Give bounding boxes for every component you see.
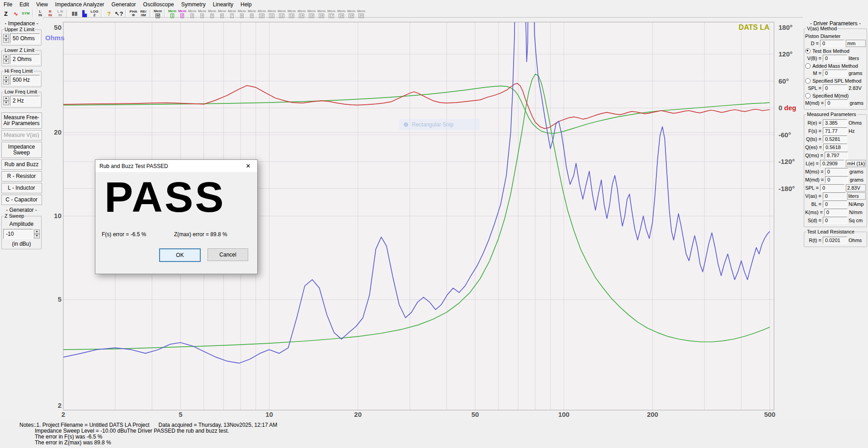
measured-param-label: BL = xyxy=(811,201,821,207)
measured-param-label: Q(ms) = xyxy=(805,153,823,158)
vb-field[interactable]: 0 xyxy=(823,55,847,62)
close-icon[interactable]: ✕ xyxy=(239,160,257,172)
measured-param-value[interactable]: 0 xyxy=(820,184,844,191)
ok-button[interactable]: OK xyxy=(159,248,201,262)
limit-value[interactable]: 2 Ohms xyxy=(10,54,40,64)
limit-stepper[interactable]: ▲▼ xyxy=(3,75,9,84)
dialog-title-bar[interactable]: Rub and Buzz Test PASSED ✕ xyxy=(95,160,257,172)
note-line-3: The error in F(s) was -6.5 % xyxy=(35,434,102,440)
svg-text:20: 20 xyxy=(54,128,61,136)
limit-group-lower-z-limit: Lower Z Limit ▲▼ 2 Ohms xyxy=(1,50,42,66)
r-resistor-button[interactable]: R - Resistor xyxy=(1,171,42,182)
cancel-button[interactable]: Cancel xyxy=(208,248,248,261)
measured-param-label: Q(ts) = xyxy=(806,136,821,142)
spl-field[interactable]: 0 xyxy=(823,84,847,92)
sine-wave-button[interactable]: ∿ xyxy=(11,9,21,19)
rub-and-buzz-result-dialog: Rub and Buzz Test PASSED ✕ PASS F(s) err… xyxy=(95,159,258,274)
measured-param-value[interactable]: 0 xyxy=(825,176,848,183)
svg-text:-120°: -120° xyxy=(778,158,795,165)
limit-value[interactable]: 50 Ohms xyxy=(10,33,40,43)
specified-mmd-radio-dot[interactable] xyxy=(805,93,811,98)
measured-param-unit: 2.83V xyxy=(846,184,866,191)
rub-and-buzz-button[interactable]: Rub and Buzz xyxy=(1,159,42,170)
measured-param-value[interactable]: 0 xyxy=(823,217,847,224)
rt-unit: Ohms xyxy=(849,238,866,243)
measured-param-row: V(as) =0liters xyxy=(805,192,866,200)
measured-param-value[interactable]: 0 xyxy=(825,168,848,175)
svg-text:120°: 120° xyxy=(778,50,793,58)
specified-spl-method-radio-dot[interactable] xyxy=(805,78,811,84)
menu-item-help[interactable]: Help xyxy=(237,0,255,9)
note-line-4: The error in Z(max) was 89.8 % xyxy=(35,439,111,446)
rt-field[interactable]: 0.0201 xyxy=(823,237,847,244)
limit-stepper[interactable]: ▲▼ xyxy=(3,34,9,43)
piston-diameter-label: Piston Diameter xyxy=(805,33,866,39)
measured-param-unit: N/mm xyxy=(849,210,866,215)
measured-param-value[interactable]: 0 xyxy=(823,201,847,208)
measured-param-value[interactable]: 0.5281 xyxy=(823,135,847,143)
added-mass-method-label: Added Mass Method xyxy=(812,63,858,69)
test-box-method-radio[interactable]: Test Box Method xyxy=(805,48,866,54)
limit-group-hi-freq-limit: Hi Freq Limit ▲▼ 500 Hz xyxy=(1,71,42,87)
test-box-method-radio-dot[interactable] xyxy=(805,48,811,54)
mmd-field[interactable]: 0 xyxy=(825,99,848,107)
spl-unit: 2.83V xyxy=(849,85,866,91)
toolbar-separator xyxy=(164,9,166,18)
menu-item-file[interactable]: File xyxy=(0,0,16,9)
measure-free-air-parameters-button[interactable]: Measure Free-Air Parameters xyxy=(1,112,42,129)
limit-group-low-freq-limit: Low Freq Limit ▲▼ 2 Hz xyxy=(1,92,42,108)
measured-param-label: K(ms) = xyxy=(805,210,823,215)
measured-param-value[interactable]: 0 xyxy=(824,209,848,216)
measured-param-value[interactable]: 71.77 xyxy=(823,127,847,135)
m-unit: grams xyxy=(849,70,866,76)
limit-stepper[interactable]: ▲▼ xyxy=(3,96,9,105)
measured-param-row: K(ms) =0N/mm xyxy=(805,209,866,216)
c-capacitor-button[interactable]: C - Capacitor xyxy=(1,195,42,205)
limit-value[interactable]: 2 Hz xyxy=(10,96,40,106)
svg-text:-60°: -60° xyxy=(778,131,791,139)
measured-parameters-group: Measured Parameters R(e) =3.385OhmsF(s) … xyxy=(804,114,867,227)
measured-param-row: M(ms) =0grams xyxy=(805,168,866,175)
measured-param-value[interactable]: 0 xyxy=(823,192,846,200)
menu-item-edit[interactable]: Edit xyxy=(16,0,33,9)
specified-mmd-radio[interactable]: Specified M(md) xyxy=(805,93,866,98)
vb-unit: liters xyxy=(849,56,866,61)
notes-area: Notes: .1. Project Filename = Untitled D… xyxy=(0,420,868,448)
measured-param-value[interactable]: 8.797 xyxy=(825,152,848,159)
added-mass-method-radio-dot[interactable] xyxy=(805,63,811,69)
spl-label: SPL = xyxy=(808,85,821,91)
menu-bar: FileEditViewImpedance AnalyzerGeneratorO… xyxy=(0,0,868,9)
measured-param-value[interactable]: 0.5618 xyxy=(823,144,847,151)
d-field[interactable]: 0 xyxy=(820,40,844,47)
limit-group-label: Upper Z Limit xyxy=(4,27,35,32)
measured-param-unit: mH (1k) xyxy=(846,160,866,167)
toolbar-separator xyxy=(32,9,34,18)
svg-text:50: 50 xyxy=(472,411,479,418)
z-sweep-amplitude-stepper[interactable]: ▲▼ xyxy=(34,229,40,238)
limit-value[interactable]: 500 Hz xyxy=(10,75,40,85)
measured-param-value[interactable]: 3.385 xyxy=(823,119,847,126)
added-mass-method-radio[interactable]: Added Mass Method xyxy=(805,63,866,69)
measured-param-row: M(md) =0grams xyxy=(805,176,866,183)
measured-param-label: M(ms) = xyxy=(805,169,824,174)
m-field[interactable]: 0 xyxy=(823,70,847,77)
z-sweep-unit-label: (in dBu) xyxy=(3,241,40,247)
specified-spl-method-radio[interactable]: Specified SPL Method xyxy=(805,78,866,84)
measured-param-unit: grams xyxy=(849,169,866,174)
impedance-z-button[interactable]: Z xyxy=(1,9,11,19)
menu-item-symmetry[interactable]: Symmetry xyxy=(178,0,209,9)
l-inductor-button[interactable]: L - Inductor xyxy=(1,183,42,193)
mmd-unit: grams xyxy=(849,100,866,106)
measured-parameters-group-label: Measured Parameters xyxy=(806,112,857,117)
menu-item-view[interactable]: View xyxy=(33,0,52,9)
menu-item-generator[interactable]: Generator xyxy=(108,0,140,9)
impedance-sweep-button[interactable]: Impedance Sweep xyxy=(1,142,42,158)
menu-item-oscilloscope[interactable]: Oscilloscope xyxy=(140,0,178,9)
menu-item-impedance-analyzer[interactable]: Impedance Analyzer xyxy=(52,0,108,9)
measured-param-value[interactable]: 0.2909 xyxy=(820,160,844,167)
z-sweep-group-label: Z Sweep xyxy=(4,213,25,219)
limit-stepper[interactable]: ▲▼ xyxy=(3,55,9,64)
z-sweep-amplitude-value[interactable]: -10 xyxy=(3,229,33,239)
menu-item-linearity[interactable]: Linearity xyxy=(209,0,237,9)
symmetry-button[interactable]: SYM xyxy=(21,9,31,19)
